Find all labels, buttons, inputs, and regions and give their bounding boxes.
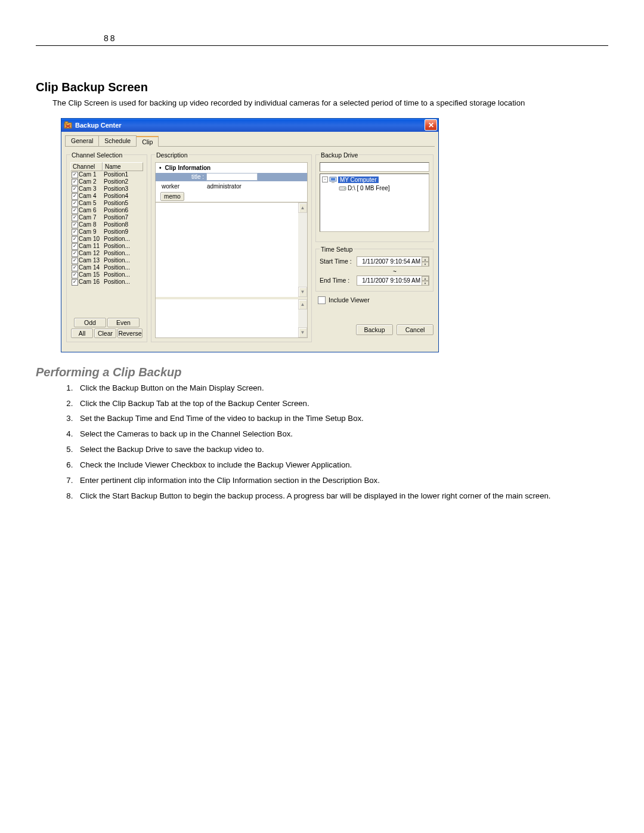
channel-pos: Position8 <box>104 221 143 228</box>
scrollbar[interactable]: ▲ ▼ <box>298 299 307 337</box>
step-item: Click the Clip Backup Tab at the top of … <box>75 398 608 409</box>
channel-checkbox[interactable]: ✓ <box>72 236 78 243</box>
spin-up-icon[interactable]: ▲ <box>422 257 429 262</box>
title-input[interactable] <box>206 173 258 181</box>
channel-row[interactable]: ✓Cam 10Position... <box>70 236 143 243</box>
page-number: 88 <box>36 0 608 46</box>
tab-schedule[interactable]: Schedule <box>98 135 137 146</box>
step-item: Set the Backup Time and End Time of the … <box>75 413 608 424</box>
channel-row[interactable]: ✓Cam 16Position... <box>70 278 143 286</box>
channel-row[interactable]: ✓Cam 6Position6 <box>70 207 143 214</box>
channel-checkbox[interactable]: ✓ <box>72 265 78 271</box>
channel-checkbox[interactable]: ✓ <box>72 229 78 236</box>
channel-pos: Position7 <box>104 214 143 221</box>
tab-clip[interactable]: Clip <box>136 136 159 147</box>
channel-row[interactable]: ✓Cam 9Position9 <box>70 228 143 236</box>
backup-button[interactable]: Backup <box>356 324 393 335</box>
channel-pos: Position... <box>104 257 143 264</box>
channel-pos: Position... <box>104 243 143 250</box>
channel-cam: Cam 12 <box>79 250 104 257</box>
channel-row[interactable]: ✓Cam 14Position... <box>70 264 143 271</box>
channel-row[interactable]: ✓Cam 2Position2 <box>70 178 143 185</box>
channel-cam: Cam 7 <box>79 214 104 221</box>
channel-pos: Position... <box>104 250 143 257</box>
title-row: title : <box>156 173 307 181</box>
channel-checkbox[interactable]: ✓ <box>72 179 78 185</box>
channel-row[interactable]: ✓Cam 12Position... <box>70 250 143 257</box>
include-viewer-row: Include Viewer <box>315 296 434 304</box>
channel-checkbox[interactable]: ✓ <box>72 215 78 221</box>
reverse-button[interactable]: Reverse <box>117 329 143 338</box>
channel-row[interactable]: ✓Cam 5Position5 <box>70 200 143 207</box>
include-viewer-checkbox[interactable] <box>318 296 326 304</box>
odd-button[interactable]: Odd <box>74 318 106 327</box>
scroll-down-icon[interactable]: ▼ <box>298 327 307 337</box>
tree-item-d-drive[interactable]: D:\ [ 0 MB Free] <box>339 184 427 192</box>
tree-root-mycomputer[interactable]: - MY Computer <box>322 176 427 184</box>
channel-pos: Position1 <box>104 171 143 178</box>
channel-row[interactable]: ✓Cam 8Position8 <box>70 221 143 228</box>
channel-cam: Cam 5 <box>79 200 104 207</box>
heading-clip-backup: Clip Backup Screen <box>36 80 608 94</box>
col-channel[interactable]: Channel <box>70 162 103 171</box>
channel-pos: Position... <box>104 278 143 286</box>
cancel-button[interactable]: Cancel <box>397 324 434 335</box>
tree-label-d-drive: D:\ [ 0 MB Free] <box>348 185 390 191</box>
clip-information-label: Clip Information <box>156 163 307 173</box>
channel-row[interactable]: ✓Cam 13Position... <box>70 257 143 264</box>
spin-down-icon[interactable]: ▼ <box>422 262 429 267</box>
channel-checkbox[interactable]: ✓ <box>72 200 78 207</box>
end-time-input[interactable]: 1/11/2007 9:10:59 AM ▲▼ <box>357 275 429 286</box>
close-button[interactable]: ✕ <box>425 119 437 131</box>
channel-row[interactable]: ✓Cam 15Position... <box>70 271 143 278</box>
spin-up-icon[interactable]: ▲ <box>422 276 429 281</box>
intro-text: The Clip Screen is used for backing up v… <box>36 98 608 109</box>
channel-row[interactable]: ✓Cam 4Position4 <box>70 193 143 200</box>
scroll-up-icon[interactable]: ▲ <box>298 203 307 213</box>
svg-rect-3 <box>331 178 335 180</box>
channel-checkbox[interactable]: ✓ <box>72 258 78 264</box>
clear-button[interactable]: Clear <box>94 329 116 338</box>
channel-checkbox[interactable]: ✓ <box>72 243 78 250</box>
time-setup-box: Time Setup Start Time : 1/11/2007 9:10:5… <box>315 246 434 292</box>
end-time-label: End Time : <box>320 277 354 284</box>
channel-row[interactable]: ✓Cam 1Position1 <box>70 171 143 178</box>
description-legend: Description <box>155 151 189 159</box>
drive-path-input[interactable] <box>320 162 429 172</box>
channel-row[interactable]: ✓Cam 7Position7 <box>70 214 143 221</box>
all-button[interactable]: All <box>71 329 93 338</box>
tab-panel-clip: Channel Selection Channel Name ✓Cam 1Pos… <box>61 147 438 352</box>
steps-list: Click the Backup Button on the Main Disp… <box>36 383 608 501</box>
channel-checkbox[interactable]: ✓ <box>72 279 78 286</box>
include-viewer-label: Include Viewer <box>329 296 370 304</box>
lower-textarea[interactable]: ▲ ▼ <box>156 297 307 337</box>
channel-checkbox[interactable]: ✓ <box>72 186 78 193</box>
spin-down-icon[interactable]: ▼ <box>422 281 429 286</box>
even-button[interactable]: Even <box>107 318 140 327</box>
drive-tree[interactable]: - MY Computer D:\ [ 0 MB Free] <box>320 174 429 232</box>
scroll-up-icon[interactable]: ▲ <box>298 299 307 309</box>
channel-cam: Cam 1 <box>79 171 104 178</box>
channel-checkbox[interactable]: ✓ <box>72 172 78 178</box>
channel-checkbox[interactable]: ✓ <box>72 193 78 200</box>
tree-label-mycomputer: MY Computer <box>338 176 379 183</box>
computer-icon <box>329 176 337 184</box>
memo-textarea[interactable]: ▲ ▼ <box>156 202 307 297</box>
channel-checkbox[interactable]: ✓ <box>72 222 78 228</box>
channel-checkbox[interactable]: ✓ <box>72 250 78 257</box>
channel-checkbox[interactable]: ✓ <box>72 272 78 278</box>
channel-checkbox[interactable]: ✓ <box>72 208 78 214</box>
backup-center-window: Backup Center ✕ General Schedule Clip Ch… <box>61 118 439 352</box>
tree-collapse-icon[interactable]: - <box>322 176 328 182</box>
channel-row[interactable]: ✓Cam 11Position... <box>70 243 143 250</box>
start-time-spinner[interactable]: ▲▼ <box>422 257 429 266</box>
start-time-input[interactable]: 1/11/2007 9:10:54 AM ▲▼ <box>357 256 429 267</box>
scrollbar[interactable]: ▲ ▼ <box>298 203 307 297</box>
end-time-spinner[interactable]: ▲▼ <box>422 276 429 285</box>
memo-button[interactable]: memo <box>160 192 184 201</box>
scroll-down-icon[interactable]: ▼ <box>298 287 307 297</box>
channel-row[interactable]: ✓Cam 3Position3 <box>70 185 143 193</box>
step-item: Click the Start Backup Button to begin t… <box>75 491 608 501</box>
col-name[interactable]: Name <box>103 162 143 171</box>
tab-general[interactable]: General <box>65 135 99 146</box>
